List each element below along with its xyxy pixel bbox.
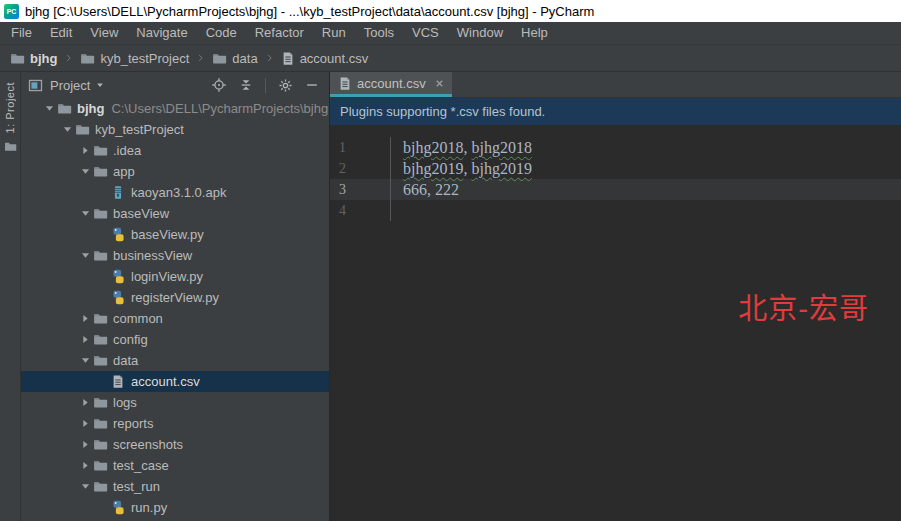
folder-icon — [93, 395, 111, 410]
folder-icon — [10, 51, 25, 66]
tree-collapsed-chevron-icon[interactable] — [77, 334, 93, 345]
menu-item-file[interactable]: File — [2, 22, 41, 44]
tree-collapsed-chevron-icon[interactable] — [77, 460, 93, 471]
breadcrumb-item-account-csv[interactable]: account.csv — [279, 51, 371, 66]
menu-item-code[interactable]: Code — [197, 22, 246, 44]
tree-item-label: screenshots — [113, 437, 183, 452]
menu-item-navigate[interactable]: Navigate — [127, 22, 196, 44]
tree-row-reports[interactable]: reports — [21, 413, 329, 434]
project-button-label: 1: Project — [4, 82, 16, 133]
menu-item-help[interactable]: Help — [512, 22, 557, 44]
tree-item-label: reports — [113, 416, 153, 431]
watermark-text: 北京-宏哥 — [738, 285, 869, 327]
editor-line[interactable]: 2bjhg2019, bjhg2019 — [330, 158, 901, 179]
tree-row-bjhg[interactable]: bjhgC:\Users\DELL\PycharmProjects\bjhg — [21, 98, 329, 119]
tree-row-loginview-py[interactable]: loginView.py — [21, 266, 329, 287]
code-token: 666, 222 — [403, 181, 459, 198]
tree-row-baseview-py[interactable]: baseView.py — [21, 224, 329, 245]
tree-row-data[interactable]: data — [21, 350, 329, 371]
folder-icon — [93, 206, 111, 221]
chevron-right-icon — [64, 52, 73, 64]
gear-button[interactable] — [274, 75, 296, 95]
tree-row-registerview-py[interactable]: registerView.py — [21, 287, 329, 308]
menu-item-window[interactable]: Window — [448, 22, 512, 44]
tree-row-common[interactable]: common — [21, 308, 329, 329]
chevron-down-icon[interactable] — [95, 80, 105, 90]
menu-item-edit[interactable]: Edit — [41, 22, 81, 44]
tree-collapsed-chevron-icon[interactable] — [77, 145, 93, 156]
menu-item-view[interactable]: View — [81, 22, 127, 44]
locate-file-button[interactable] — [208, 75, 230, 95]
code-token: bjhg2018 — [471, 139, 531, 156]
python-file-icon — [111, 227, 129, 242]
tree-row-config[interactable]: config — [21, 329, 329, 350]
tree-item-label: registerView.py — [131, 290, 219, 305]
tree-expanded-chevron-icon[interactable] — [77, 250, 93, 261]
tree-row-baseview[interactable]: baseView — [21, 203, 329, 224]
tree-item-label: businessView — [113, 248, 192, 263]
tree-row-kaoyan3-1-0-apk[interactable]: kaoyan3.1.0.apk — [21, 182, 329, 203]
menu-item-vcs[interactable]: VCS — [403, 22, 448, 44]
code-token: bjhg2019 — [403, 160, 463, 177]
tree-item-label: .idea — [113, 143, 141, 158]
tree-collapsed-chevron-icon[interactable] — [77, 397, 93, 408]
tree-expanded-chevron-icon[interactable] — [41, 103, 57, 114]
tree-row-app[interactable]: app — [21, 161, 329, 182]
tab-account-csv[interactable]: account.csv — [330, 72, 452, 97]
folder-icon — [93, 479, 111, 494]
breadcrumb-label: data — [232, 51, 257, 66]
tree-expanded-chevron-icon[interactable] — [77, 355, 93, 366]
editor-line[interactable]: 3666, 222 — [330, 179, 901, 200]
folder-icon — [80, 51, 95, 66]
breadcrumb-label: kyb_testProject — [100, 51, 189, 66]
project-panel-title[interactable]: Project — [50, 78, 90, 93]
folder-icon — [93, 164, 111, 179]
project-panel: Project bjhgC:\Users\DELL\PycharmProject… — [21, 72, 330, 521]
python-file-icon — [111, 269, 129, 284]
close-icon[interactable] — [434, 78, 445, 89]
tree-row-account-csv[interactable]: account.csv — [21, 371, 329, 392]
breadcrumb-label: account.csv — [300, 51, 369, 66]
tree-row-run-py[interactable]: run.py — [21, 497, 329, 518]
menu-item-tools[interactable]: Tools — [355, 22, 403, 44]
plugin-notification-banner: Plugins supporting *.csv files found. — [330, 98, 901, 125]
folder-icon — [93, 437, 111, 452]
toolbar-divider — [265, 78, 266, 93]
tree-expanded-chevron-icon[interactable] — [77, 166, 93, 177]
tree-row-test-run[interactable]: test_run — [21, 476, 329, 497]
tree-row--idea[interactable]: .idea — [21, 140, 329, 161]
editor-line[interactable]: 4 — [330, 200, 901, 221]
tree-expanded-chevron-icon[interactable] — [77, 208, 93, 219]
editor-line[interactable]: 1bjhg2018, bjhg2018 — [330, 137, 901, 158]
tree-row-screenshots[interactable]: screenshots — [21, 434, 329, 455]
breadcrumb-item-data[interactable]: data — [210, 51, 259, 66]
tree-item-label: app — [113, 164, 135, 179]
tree-item-label: baseView — [113, 206, 169, 221]
tool-window-button-project[interactable]: 1: Project — [4, 82, 17, 153]
tree-item-label: test_run — [113, 479, 160, 494]
tree-row-businessview[interactable]: businessView — [21, 245, 329, 266]
tree-item-label: baseView.py — [131, 227, 204, 242]
tree-item-label: kaoyan3.1.0.apk — [131, 185, 226, 200]
editor-area[interactable]: 1bjhg2018, bjhg20182bjhg2019, bjhg201936… — [330, 125, 901, 521]
tree-item-label: account.csv — [131, 374, 200, 389]
tree-collapsed-chevron-icon[interactable] — [77, 313, 93, 324]
menu-item-refactor[interactable]: Refactor — [246, 22, 313, 44]
menu-item-run[interactable]: Run — [313, 22, 355, 44]
tree-item-label: logs — [113, 395, 137, 410]
hide-panel-button[interactable] — [301, 75, 323, 95]
tree-collapsed-chevron-icon[interactable] — [77, 418, 93, 429]
tree-expanded-chevron-icon[interactable] — [59, 124, 75, 135]
tree-row-kyb-testproject[interactable]: kyb_testProject — [21, 119, 329, 140]
tree-row-test-case[interactable]: test_case — [21, 455, 329, 476]
collapse-all-button[interactable] — [235, 75, 257, 95]
breadcrumb-item-bjhg[interactable]: bjhg — [8, 51, 59, 66]
tree-row-logs[interactable]: logs — [21, 392, 329, 413]
breadcrumb-item-kyb-testproject[interactable]: kyb_testProject — [78, 51, 191, 66]
breadcrumb: bjhgkyb_testProjectdataaccount.csv — [0, 45, 901, 72]
tree-item-label: bjhg — [77, 101, 104, 116]
tree-collapsed-chevron-icon[interactable] — [77, 439, 93, 450]
folder-icon — [93, 311, 111, 326]
tree-expanded-chevron-icon[interactable] — [77, 481, 93, 492]
tree-item-label: config — [113, 332, 148, 347]
